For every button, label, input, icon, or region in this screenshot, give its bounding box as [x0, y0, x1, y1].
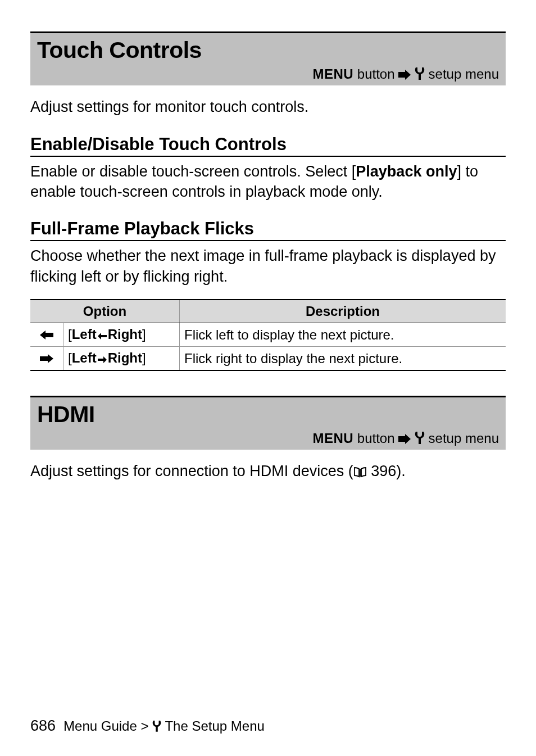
- option-description-cell: Flick left to display the next picture.: [180, 323, 506, 347]
- menu-button-word: button: [357, 431, 395, 446]
- text-fragment: ]: [142, 327, 146, 342]
- text-fragment: Adjust settings for connection to HDMI d…: [30, 463, 353, 479]
- page-footer: 686 Menu Guide > The Setup Menu: [30, 717, 506, 736]
- option-icon-cell: [30, 323, 63, 347]
- svg-marker-0: [398, 70, 411, 80]
- wrench-icon: [415, 432, 425, 444]
- text-fragment: Left: [72, 327, 97, 342]
- menu-label: MENU: [312, 431, 353, 446]
- arrow-left-small-icon: [98, 327, 107, 343]
- section-title: HDMI: [37, 402, 499, 427]
- svg-marker-1: [40, 331, 53, 339]
- page-ref-icon: [353, 463, 367, 483]
- text-fragment: ]: [142, 350, 146, 365]
- flicks-text: Choose whether the next image in full-fr…: [30, 246, 506, 287]
- arrow-right-small-icon: [98, 351, 107, 366]
- svg-marker-3: [40, 354, 53, 363]
- arrow-right-icon: [40, 351, 53, 366]
- text-fragment: Left: [72, 350, 97, 365]
- option-description-cell: Flick right to display the next picture.: [180, 347, 506, 371]
- option-label-cell: [LeftRight]: [63, 347, 180, 371]
- text-fragment: [: [68, 327, 72, 342]
- subheading-flicks: Full-Frame Playback Flicks: [30, 219, 506, 241]
- hdmi-section: HDMI MENU button setup menu Adjust setti…: [30, 396, 506, 483]
- option-icon-cell: [30, 347, 63, 371]
- text-fragment: ).: [396, 463, 406, 479]
- text-bold-fragment: Playback only: [356, 163, 457, 180]
- wrench-icon: [415, 67, 425, 80]
- hdmi-text: Adjust settings for connection to HDMI d…: [30, 461, 506, 483]
- page-number: 686: [30, 717, 56, 735]
- table-header-row: Option Description: [30, 300, 506, 323]
- svg-marker-2: [98, 333, 107, 339]
- breadcrumb-suffix: The Setup Menu: [165, 718, 264, 734]
- menu-name: setup menu: [429, 66, 499, 82]
- menu-label: MENU: [312, 66, 353, 82]
- intro-text: Adjust settings for monitor touch contro…: [30, 97, 506, 117]
- page-ref-number: 396: [371, 463, 396, 479]
- text-fragment: Enable or disable touch-screen controls.…: [30, 163, 356, 180]
- svg-marker-4: [98, 356, 107, 363]
- svg-marker-5: [398, 434, 411, 444]
- arrow-left-icon: [40, 327, 53, 343]
- table-header-description: Description: [180, 300, 506, 323]
- flicks-options-table: Option Description [LeftRight] Flick lef…: [30, 299, 506, 371]
- section-title: Touch Controls: [37, 38, 499, 63]
- text-fragment: Right: [108, 350, 142, 365]
- enable-disable-text: Enable or disable touch-screen controls.…: [30, 161, 506, 202]
- breadcrumb-prefix: Menu Guide >: [63, 718, 148, 734]
- table-header-option: Option: [30, 300, 180, 323]
- wrench-icon: [152, 720, 161, 736]
- table-row: [LeftRight] Flick left to display the ne…: [30, 323, 506, 347]
- section-header-touch-controls: Touch Controls MENU button setup menu: [30, 31, 506, 85]
- manual-page: Touch Controls MENU button setup menu Ad…: [0, 0, 536, 756]
- table-row: [LeftRight] Flick right to display the n…: [30, 347, 506, 371]
- section-header-hdmi: HDMI MENU button setup menu: [30, 396, 506, 450]
- text-fragment: Right: [108, 327, 142, 342]
- menu-button-word: button: [357, 66, 395, 82]
- option-label-cell: [LeftRight]: [63, 323, 180, 347]
- menu-name: setup menu: [429, 431, 499, 446]
- breadcrumb: Menu Guide > The Setup Menu: [63, 718, 265, 736]
- menu-path: MENU button setup menu: [37, 431, 499, 446]
- menu-path: MENU button setup menu: [37, 66, 499, 82]
- subheading-enable-disable: Enable/Disable Touch Controls: [30, 134, 506, 157]
- text-fragment: [: [68, 350, 72, 365]
- arrow-right-icon: [398, 434, 411, 444]
- arrow-right-icon: [398, 70, 411, 80]
